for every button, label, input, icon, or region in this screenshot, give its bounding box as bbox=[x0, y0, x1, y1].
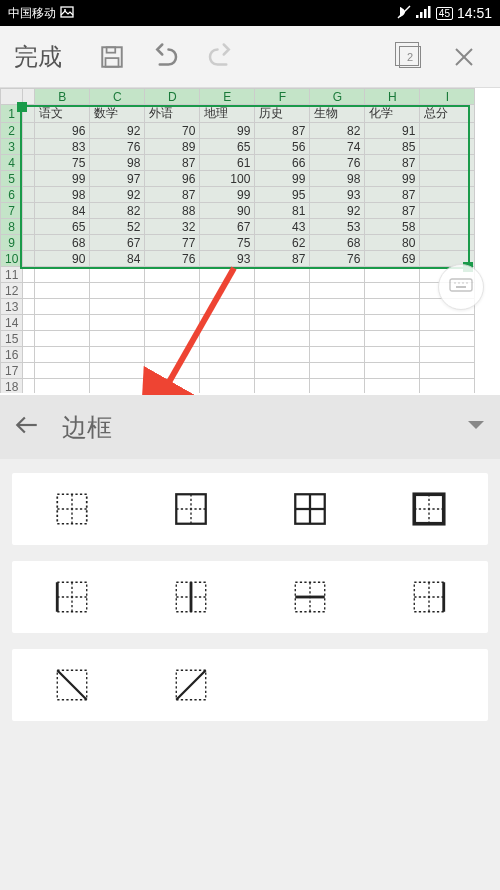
header-cell[interactable]: 数学 bbox=[90, 105, 145, 123]
empty-cell[interactable] bbox=[90, 267, 145, 283]
spreadsheet[interactable]: BCDEFGHI1语文数学外语地理历史生物化学总分296927099878291… bbox=[0, 88, 500, 393]
border-thick-outer[interactable] bbox=[369, 483, 488, 535]
data-cell[interactable]: 97 bbox=[90, 171, 145, 187]
save-button[interactable] bbox=[90, 35, 134, 79]
data-cell[interactable]: 98 bbox=[310, 171, 365, 187]
data-cell[interactable]: 89 bbox=[145, 139, 200, 155]
empty-cell[interactable] bbox=[35, 331, 90, 347]
data-cell[interactable]: 85 bbox=[365, 139, 420, 155]
data-cell[interactable]: 99 bbox=[200, 187, 255, 203]
row-head[interactable]: 18 bbox=[1, 379, 23, 394]
data-cell[interactable]: 69 bbox=[365, 251, 420, 267]
empty-cell[interactable] bbox=[365, 331, 420, 347]
data-cell[interactable]: 95 bbox=[255, 187, 310, 203]
header-cell[interactable]: 生物 bbox=[310, 105, 365, 123]
border-right[interactable] bbox=[369, 571, 488, 623]
empty-cell[interactable] bbox=[35, 299, 90, 315]
data-cell[interactable]: 99 bbox=[255, 171, 310, 187]
empty-cell[interactable] bbox=[145, 347, 200, 363]
empty-cell[interactable] bbox=[310, 331, 365, 347]
border-inner-h[interactable] bbox=[250, 571, 369, 623]
data-cell[interactable]: 84 bbox=[35, 203, 90, 219]
data-cell[interactable]: 62 bbox=[255, 235, 310, 251]
data-cell[interactable]: 87 bbox=[365, 203, 420, 219]
row-head[interactable]: 9 bbox=[1, 235, 23, 251]
row-head[interactable]: 8 bbox=[1, 219, 23, 235]
row-head[interactable]: 3 bbox=[1, 139, 23, 155]
empty-cell[interactable] bbox=[255, 347, 310, 363]
empty-cell[interactable] bbox=[365, 379, 420, 394]
undo-button[interactable] bbox=[144, 35, 188, 79]
data-cell[interactable]: 43 bbox=[255, 219, 310, 235]
empty-cell[interactable] bbox=[35, 267, 90, 283]
data-cell[interactable]: 81 bbox=[255, 203, 310, 219]
col-head[interactable]: E bbox=[200, 89, 255, 105]
row-head[interactable]: 5 bbox=[1, 171, 23, 187]
data-cell[interactable]: 87 bbox=[365, 155, 420, 171]
data-cell[interactable]: 67 bbox=[200, 219, 255, 235]
row-head[interactable]: 6 bbox=[1, 187, 23, 203]
data-cell[interactable]: 96 bbox=[145, 171, 200, 187]
empty-cell[interactable] bbox=[200, 315, 255, 331]
data-cell[interactable] bbox=[420, 219, 475, 235]
empty-cell[interactable] bbox=[365, 267, 420, 283]
empty-cell[interactable] bbox=[310, 299, 365, 315]
empty-cell[interactable] bbox=[90, 363, 145, 379]
empty-cell[interactable] bbox=[310, 267, 365, 283]
row-head[interactable]: 14 bbox=[1, 315, 23, 331]
row-head[interactable]: 7 bbox=[1, 203, 23, 219]
empty-cell[interactable] bbox=[200, 379, 255, 394]
row-head[interactable]: 16 bbox=[1, 347, 23, 363]
data-cell[interactable]: 93 bbox=[200, 251, 255, 267]
data-cell[interactable]: 32 bbox=[145, 219, 200, 235]
border-inner-v[interactable] bbox=[131, 571, 250, 623]
empty-cell[interactable] bbox=[255, 267, 310, 283]
empty-cell[interactable] bbox=[145, 331, 200, 347]
empty-cell[interactable] bbox=[90, 331, 145, 347]
data-cell[interactable]: 80 bbox=[365, 235, 420, 251]
empty-cell[interactable] bbox=[90, 299, 145, 315]
data-cell[interactable]: 68 bbox=[310, 235, 365, 251]
data-cell[interactable]: 87 bbox=[365, 187, 420, 203]
empty-cell[interactable] bbox=[420, 315, 475, 331]
data-cell[interactable]: 87 bbox=[145, 187, 200, 203]
data-cell[interactable]: 82 bbox=[90, 203, 145, 219]
header-cell[interactable]: 化学 bbox=[365, 105, 420, 123]
empty-cell[interactable] bbox=[200, 363, 255, 379]
data-cell[interactable]: 65 bbox=[35, 219, 90, 235]
empty-cell[interactable] bbox=[35, 315, 90, 331]
border-outer[interactable] bbox=[131, 483, 250, 535]
data-cell[interactable]: 82 bbox=[310, 123, 365, 139]
data-cell[interactable]: 98 bbox=[35, 187, 90, 203]
col-head[interactable]: H bbox=[365, 89, 420, 105]
border-diag-up[interactable] bbox=[131, 659, 250, 711]
empty-cell[interactable] bbox=[255, 331, 310, 347]
empty-cell[interactable] bbox=[420, 331, 475, 347]
sheets-button[interactable]: 2 bbox=[388, 35, 432, 79]
empty-cell[interactable] bbox=[90, 347, 145, 363]
empty-cell[interactable] bbox=[255, 283, 310, 299]
keyboard-float-button[interactable] bbox=[438, 264, 484, 310]
data-cell[interactable]: 92 bbox=[90, 187, 145, 203]
empty-cell[interactable] bbox=[310, 347, 365, 363]
data-cell[interactable]: 58 bbox=[365, 219, 420, 235]
empty-cell[interactable] bbox=[365, 363, 420, 379]
data-cell[interactable] bbox=[420, 235, 475, 251]
empty-cell[interactable] bbox=[145, 267, 200, 283]
empty-cell[interactable] bbox=[420, 379, 475, 394]
empty-cell[interactable] bbox=[200, 283, 255, 299]
border-diag-down[interactable] bbox=[12, 659, 131, 711]
data-cell[interactable] bbox=[420, 171, 475, 187]
row-head[interactable]: 2 bbox=[1, 123, 23, 139]
empty-cell[interactable] bbox=[200, 299, 255, 315]
empty-cell[interactable] bbox=[145, 379, 200, 394]
data-cell[interactable]: 84 bbox=[90, 251, 145, 267]
data-cell[interactable]: 74 bbox=[310, 139, 365, 155]
header-cell[interactable]: 地理 bbox=[200, 105, 255, 123]
data-cell[interactable] bbox=[420, 155, 475, 171]
data-cell[interactable]: 83 bbox=[35, 139, 90, 155]
col-head[interactable]: G bbox=[310, 89, 365, 105]
data-cell[interactable]: 65 bbox=[200, 139, 255, 155]
data-cell[interactable]: 87 bbox=[255, 123, 310, 139]
row-head[interactable]: 11 bbox=[1, 267, 23, 283]
